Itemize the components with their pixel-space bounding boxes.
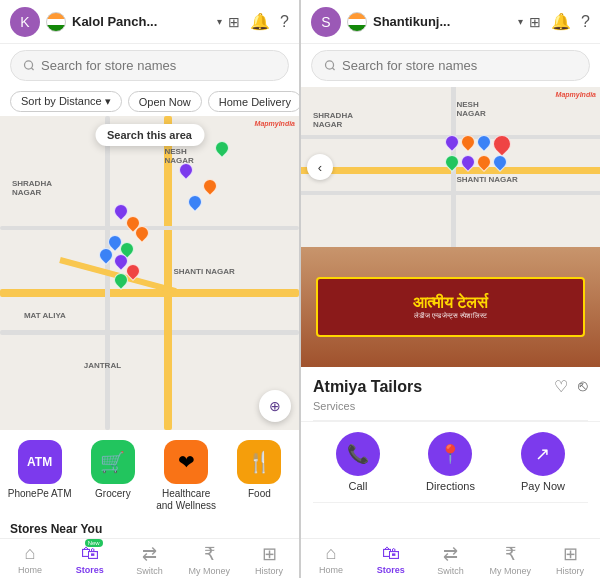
map-label-mataliya: MAT ALIYA [24,311,66,320]
right-nav-stores[interactable]: 🛍 Stores [361,543,421,576]
action-buttons: 📞 Call 📍 Directions ↗ Pay Now [301,421,600,502]
directions-label: Directions [426,480,475,492]
right-map-pin[interactable] [474,152,494,172]
back-button[interactable]: ‹ [307,154,333,180]
right-search-bar[interactable] [311,50,590,81]
right-map-label-shanti: SHANTI NAGAR [456,175,517,184]
right-header: S Shantikunj... ▾ ⊞ 🔔 ? [301,0,600,44]
svg-point-0 [25,61,33,69]
map-background: SHRADHANAGAR NESHNAGAR SHANTI NAGAR JANT… [0,116,299,430]
nav-switch[interactable]: ⇄ Switch [120,543,180,576]
right-nav-history-label: History [556,566,584,576]
map-pin[interactable] [212,138,232,158]
mymoney-icon: ₹ [204,543,215,565]
map-label-shradha: SHRADHANAGAR [12,179,52,197]
right-notification-icon[interactable]: 🔔 [551,12,571,31]
right-search-input[interactable] [342,58,577,73]
health-icon: ❤ [164,440,208,484]
open-now-chip[interactable]: Open Now [128,91,202,112]
map-pin[interactable] [185,192,205,212]
bottom-nav-right: ⌂ Home 🛍 Stores ⇄ Switch ₹ My Money ⊞ Hi… [301,538,600,578]
pay-now-icon: ↗ [521,432,565,476]
nav-switch-label: Switch [136,566,163,576]
right-map-pin[interactable] [474,132,494,152]
sort-chip[interactable]: Sort by Distance ▾ [10,91,122,112]
directions-button[interactable]: 📍 Directions [426,432,475,492]
store-name-row: Atmiya Tailors ♡ ⎋ [313,377,588,396]
left-phone: K Kalol Panch... ▾ ⊞ 🔔 ? Sort by Distanc… [0,0,300,578]
right-qr-icon[interactable]: ⊞ [529,14,541,30]
share-icon[interactable]: ⎋ [578,377,588,396]
search-input[interactable] [41,58,276,73]
left-header: K Kalol Panch... ▾ ⊞ 🔔 ? [0,0,299,44]
right-map-area[interactable]: SHRADHANAGAR NESHNAGAR SHANTI NAGAR Mapm… [301,87,600,247]
right-history-icon: ⊞ [563,543,578,565]
right-search-icon [324,59,336,72]
pay-now-label: Pay Now [521,480,565,492]
map-label-jantral: JANTRAL [84,361,121,370]
home-delivery-chip[interactable]: Home Delivery [208,91,299,112]
directions-icon: 📍 [428,432,472,476]
right-nav-stores-label: Stores [377,565,405,575]
right-avatar: S [311,7,341,37]
category-food[interactable]: 🍴 Food [226,440,293,512]
nav-mymoney[interactable]: ₹ My Money [179,543,239,576]
location-button[interactable]: ⊕ [259,390,291,422]
search-icon [23,59,35,72]
nav-stores-label: Stores [76,565,104,575]
right-chevron-icon[interactable]: ▾ [518,16,523,27]
right-username: Shantikunj... [373,14,512,29]
help-icon[interactable]: ? [280,13,289,31]
wishlist-icon[interactable]: ♡ [554,377,568,396]
category-grocery[interactable]: 🛒 Grocery [79,440,146,512]
switch-icon: ⇄ [142,543,157,565]
right-map-pin[interactable] [458,152,478,172]
svg-line-3 [332,68,334,70]
store-sign: आत्मीय टेलर्स लेडीज एन्ड जेन्ट्स स्पेशाल… [316,277,585,337]
right-nav-switch-label: Switch [437,566,464,576]
right-nav-history[interactable]: ⊞ History [540,543,600,576]
right-flag-icon [347,12,367,32]
category-health[interactable]: ❤ Healthcare and Wellness [153,440,220,512]
map-label-shanti: SHANTI NAGAR [173,267,234,276]
category-list: ATM PhonePe ATM 🛒 Grocery ❤ Healthcare a… [0,430,299,518]
chevron-down-icon[interactable]: ▾ [217,16,222,27]
stores-near-label: Stores Near You [0,518,299,538]
qr-icon[interactable]: ⊞ [228,14,240,30]
call-button[interactable]: 📞 Call [336,432,380,492]
map-area[interactable]: SHRADHANAGAR NESHNAGAR SHANTI NAGAR JANT… [0,116,299,430]
nav-history[interactable]: ⊞ History [239,543,299,576]
pay-now-button[interactable]: ↗ Pay Now [521,432,565,492]
home-icon: ⌂ [24,543,35,564]
right-mymoney-icon: ₹ [505,543,516,565]
food-label: Food [248,488,271,500]
search-area-tooltip[interactable]: Search this area [95,124,204,146]
right-pins-cluster [445,135,515,169]
right-nav-switch[interactable]: ⇄ Switch [421,543,481,576]
map-pin[interactable] [200,176,220,196]
category-atm[interactable]: ATM PhonePe ATM [6,440,73,512]
nav-stores[interactable]: 🛍 New Stores [60,543,120,576]
nav-home[interactable]: ⌂ Home [0,543,60,576]
filter-chips: Sort by Distance ▾ Open Now Home Deliver… [0,87,299,116]
notification-icon[interactable]: 🔔 [250,12,270,31]
right-map-pin[interactable] [442,132,462,152]
right-map-pin[interactable] [442,152,462,172]
right-stores-icon: 🛍 [382,543,400,564]
atm-label: PhonePe ATM [8,488,72,500]
store-details: Atmiya Tailors ♡ ⎋ Services [301,367,600,420]
right-nav-mymoney[interactable]: ₹ My Money [480,543,540,576]
call-icon: 📞 [336,432,380,476]
right-help-icon[interactable]: ? [581,13,590,31]
right-map-watermark: MapmyIndia [556,91,596,98]
right-map-pin[interactable] [490,152,510,172]
right-home-icon: ⌂ [325,543,336,564]
right-nav-mymoney-label: My Money [490,566,532,576]
search-bar[interactable] [10,50,289,81]
right-nav-home[interactable]: ⌂ Home [301,543,361,576]
store-name: Atmiya Tailors [313,378,422,396]
right-map-pin[interactable] [458,132,478,152]
history-icon: ⊞ [262,543,277,565]
grocery-label: Grocery [95,488,131,500]
right-map-pin-active[interactable] [489,131,514,156]
